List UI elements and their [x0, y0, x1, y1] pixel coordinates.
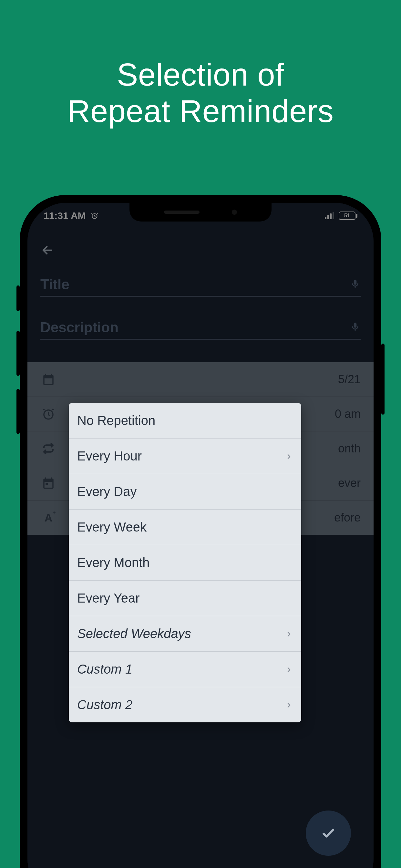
phone-frame: 11:31 AM 51 — [20, 195, 381, 868]
phone-side-button — [17, 389, 20, 434]
repeat-option[interactable]: Every Week — [69, 509, 301, 545]
repeat-option-label: Every Hour — [77, 449, 142, 463]
repeat-option[interactable]: No Repetition — [69, 403, 301, 438]
repeat-popup: No RepetitionEvery HourEvery DayEvery We… — [69, 403, 301, 722]
repeat-option-label: Every Year — [77, 591, 140, 606]
promo-line-2: Repeat Reminders — [0, 93, 401, 129]
promo-title: Selection of Repeat Reminders — [0, 0, 401, 129]
repeat-option-label: Custom 2 — [77, 698, 132, 712]
repeat-option[interactable]: Every Month — [69, 545, 301, 581]
chevron-right-icon — [285, 626, 293, 641]
repeat-option[interactable]: Custom 2 — [69, 687, 301, 722]
phone-side-button — [17, 331, 20, 376]
phone-screen: 11:31 AM 51 — [27, 203, 374, 868]
repeat-option[interactable]: Every Hour — [69, 438, 301, 474]
repeat-option[interactable]: Selected Weekdays — [69, 616, 301, 652]
repeat-option-label: Every Week — [77, 520, 147, 534]
confirm-fab[interactable] — [306, 810, 351, 856]
repeat-option[interactable]: Every Day — [69, 474, 301, 509]
repeat-option-label: No Repetition — [77, 413, 155, 428]
chevron-right-icon — [285, 698, 293, 712]
repeat-option-label: Every Day — [77, 485, 137, 499]
repeat-option[interactable]: Custom 1 — [69, 652, 301, 687]
repeat-option-label: Selected Weekdays — [77, 626, 191, 641]
phone-side-button — [17, 285, 20, 311]
repeat-option-label: Every Month — [77, 555, 150, 570]
chevron-right-icon — [285, 449, 293, 463]
repeat-option-label: Custom 1 — [77, 662, 132, 677]
promo-line-1: Selection of — [0, 57, 401, 93]
chevron-right-icon — [285, 662, 293, 677]
repeat-option[interactable]: Every Year — [69, 581, 301, 616]
phone-side-button — [381, 344, 384, 414]
